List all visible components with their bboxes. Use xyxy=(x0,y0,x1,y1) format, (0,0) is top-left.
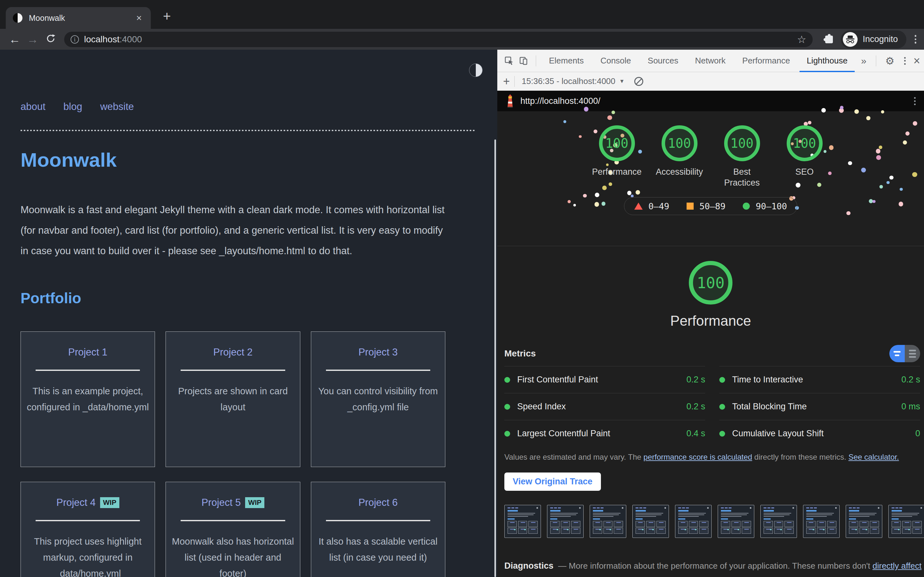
score-summary: 100 Performance 100 Accessibility 100 Be… xyxy=(497,111,924,246)
lighthouse-report: http://localhost:4000/ 100 Performance 1… xyxy=(497,91,924,577)
theme-toggle-moon-icon[interactable] xyxy=(469,63,483,77)
metric-row[interactable]: Cumulative Layout Shift0 xyxy=(719,420,920,447)
fail-triangle-icon xyxy=(634,203,643,210)
metric-row[interactable]: Time to Interactive0.2 s xyxy=(719,366,920,393)
more-tabs-icon[interactable]: » xyxy=(856,55,872,66)
devtools-close-icon[interactable]: × xyxy=(911,54,924,68)
new-tab-button[interactable]: + xyxy=(163,10,171,23)
score-gauge: 100 xyxy=(599,125,635,161)
browser-window: Moonwalk × + ← → i localhost :4000 ☆ Inc… xyxy=(0,0,924,577)
site-info-icon[interactable]: i xyxy=(71,35,79,44)
project-card[interactable]: Project 1 This is an example project,con… xyxy=(21,332,155,467)
tab-strip: Moonwalk × + xyxy=(0,0,924,29)
device-toolbar-icon[interactable] xyxy=(517,50,531,72)
tab-performance[interactable]: Performance xyxy=(734,50,798,72)
page-moonwalk: about blog website Moonwalk Moonwalk is … xyxy=(0,50,497,577)
wip-badge: WIP xyxy=(245,497,264,508)
performance-heading: Performance xyxy=(497,313,924,329)
screenshot-thumbnail xyxy=(504,505,541,538)
score-legend: 0–49 50–89 90–100 xyxy=(624,197,797,215)
screenshot-thumbnail xyxy=(632,505,669,538)
site-nav: about blog website xyxy=(21,101,134,113)
tab-elements[interactable]: Elements xyxy=(541,50,592,72)
project-card[interactable]: Project 5 WIP Moonwalk also has horizont… xyxy=(166,482,300,577)
lighthouse-toolbar: + 15:36:35 - localhost:4000 ▼ xyxy=(497,72,924,91)
score-performance[interactable]: 100 Performance xyxy=(586,125,648,188)
tab-sources[interactable]: Sources xyxy=(640,50,687,72)
score-best-practices[interactable]: 100 Best Practices xyxy=(711,125,773,188)
score-gauge: 100 xyxy=(787,125,822,161)
url-bar[interactable]: i localhost :4000 ☆ xyxy=(64,32,813,47)
metric-row[interactable]: First Contentful Paint0.2 s xyxy=(504,366,705,393)
screenshot-thumbnail xyxy=(590,505,626,538)
extensions-icon[interactable] xyxy=(824,35,834,44)
metrics-view-toggle[interactable] xyxy=(889,345,920,362)
pass-dot-icon xyxy=(504,404,510,410)
tab-title: Moonwalk xyxy=(29,13,134,23)
url-host: localhost xyxy=(84,34,120,45)
wip-badge: WIP xyxy=(100,497,120,508)
bookmark-star-icon[interactable]: ☆ xyxy=(797,33,806,45)
tab-network[interactable]: Network xyxy=(687,50,734,72)
tab-console[interactable]: Console xyxy=(592,50,639,72)
screenshot-thumbnail xyxy=(547,505,583,538)
page-scrollbar[interactable] xyxy=(494,139,496,577)
back-icon[interactable]: ← xyxy=(6,34,24,45)
score-gauge: 100 xyxy=(724,125,760,161)
nav-link-about[interactable]: about xyxy=(21,101,45,113)
nav-link-blog[interactable]: blog xyxy=(63,101,82,113)
incognito-label: Incognito xyxy=(863,34,898,44)
pass-dot-icon xyxy=(719,377,725,383)
metric-row[interactable]: Speed Index0.2 s xyxy=(504,393,705,420)
inspect-element-icon[interactable] xyxy=(502,50,517,72)
screenshot-thumbnail xyxy=(888,505,924,538)
project-card[interactable]: Project 2 Projects are shown in cardlayo… xyxy=(166,332,300,467)
performance-gauge: 100 xyxy=(689,261,732,305)
url-port: :4000 xyxy=(120,34,142,45)
clear-reports-icon[interactable] xyxy=(634,77,643,86)
directly-affect-link[interactable]: directly affect xyxy=(873,561,922,571)
metrics-section: Metrics First Contentful Paint0.2 s Time… xyxy=(497,344,924,462)
report-session-select[interactable]: 15:36:35 - localhost:4000 xyxy=(522,76,615,86)
project-card[interactable]: Project 6 It also has a scalable vertica… xyxy=(311,482,445,577)
settings-gear-icon[interactable]: ⚙ xyxy=(881,55,899,67)
incognito-badge: Incognito xyxy=(841,31,906,48)
moon-favicon-icon xyxy=(13,13,23,23)
portfolio-grid: Project 1 This is an example project,con… xyxy=(21,332,445,577)
score-gauge: 100 xyxy=(662,125,698,161)
score-seo[interactable]: 100 SEO xyxy=(773,125,836,188)
forward-icon[interactable]: → xyxy=(24,34,42,45)
reload-icon[interactable] xyxy=(42,33,60,46)
score-calc-link[interactable]: performance score is calculated xyxy=(644,453,752,461)
devtools-panel: Elements Console Sources Network Perform… xyxy=(497,50,924,577)
browser-toolbar: ← → i localhost :4000 ☆ Incognito xyxy=(0,29,924,50)
score-accessibility[interactable]: 100 Accessibility xyxy=(648,125,711,188)
report-menu-icon[interactable] xyxy=(914,97,917,105)
view-original-trace-button[interactable]: View Original Trace xyxy=(504,472,601,491)
new-report-icon[interactable]: + xyxy=(503,75,510,88)
average-square-icon xyxy=(687,203,694,210)
project-card[interactable]: Project 3 You can control visibility fro… xyxy=(311,332,445,467)
devtools-menu-icon[interactable] xyxy=(899,57,911,65)
metrics-note: Values are estimated and may vary. The p… xyxy=(504,453,920,462)
incognito-icon xyxy=(843,32,858,47)
report-url: http://localhost:4000/ xyxy=(520,96,914,106)
tab-close-icon[interactable]: × xyxy=(134,13,144,23)
project-card[interactable]: Project 4 WIP This project uses highligh… xyxy=(21,482,155,577)
metrics-heading: Metrics xyxy=(504,348,536,359)
metric-row[interactable]: Total Blocking Time0 ms xyxy=(719,393,920,420)
portfolio-heading: Portfolio xyxy=(21,290,81,307)
browser-menu-icon[interactable] xyxy=(915,35,917,44)
see-calculator-link[interactable]: See calculator. xyxy=(848,453,899,461)
nav-link-website[interactable]: website xyxy=(100,101,134,113)
browser-tab[interactable]: Moonwalk × xyxy=(6,7,151,29)
metric-row[interactable]: Largest Contentful Paint0.4 s xyxy=(504,420,705,447)
screenshot-thumbnail xyxy=(803,505,840,538)
pass-dot-icon xyxy=(719,431,725,437)
dashed-divider xyxy=(21,130,476,131)
chevron-down-icon[interactable]: ▼ xyxy=(619,78,625,85)
intro-paragraph: Moonwalk is a fast and elegant Jekyll th… xyxy=(21,200,476,261)
devtools-tab-bar: Elements Console Sources Network Perform… xyxy=(497,50,924,72)
pass-circle-icon xyxy=(743,203,750,210)
tab-lighthouse[interactable]: Lighthouse xyxy=(798,50,856,72)
